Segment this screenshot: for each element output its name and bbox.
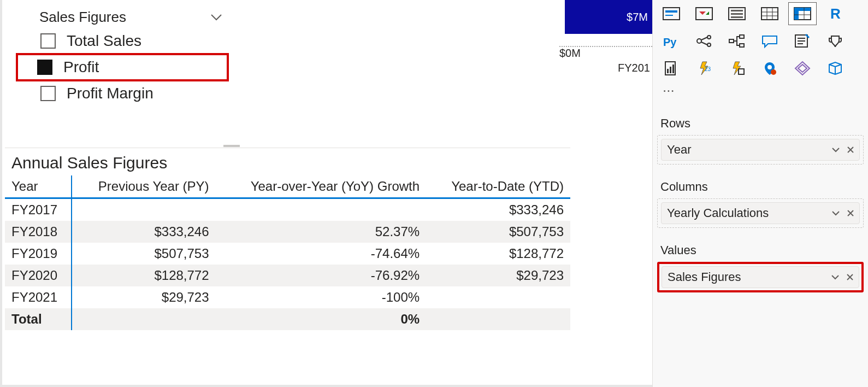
cell-year: FY2021 [5,286,72,308]
cell-ytd: $128,772 [426,243,570,265]
slicer-item-label: Total Sales [67,32,141,50]
power-automate-icon[interactable]: 23 [690,57,718,80]
goals-visual-icon[interactable] [821,30,849,52]
table-title: Annual Sales Figures [5,148,570,175]
annual-sales-table-visual[interactable]: Annual Sales Figures Year Previous Year … [5,148,570,330]
table-row[interactable]: FY2019$507,753-74.64%$128,772 [5,243,570,265]
columns-drop-zone[interactable]: Yearly Calculations [657,198,864,228]
col-header-year[interactable]: Year [5,175,72,198]
svg-rect-8 [761,8,778,20]
table-row[interactable]: FY2021$29,723-100% [5,286,570,308]
sales-figures-slicer[interactable]: Sales Figures Total Sales Profit Profit … [35,5,226,105]
power-apps-icon[interactable] [723,57,751,80]
svg-point-39 [771,69,776,75]
slicer-item-total-sales[interactable]: Total Sales [35,29,226,53]
python-visual-icon[interactable]: Py [657,30,686,52]
narrative-visual-icon[interactable] [788,30,817,52]
checkbox-icon[interactable] [40,33,56,49]
remove-field-icon[interactable] [847,208,854,219]
paginated-report-icon[interactable] [657,57,686,80]
rows-drop-zone[interactable]: Year [657,135,864,165]
columns-field-pill[interactable]: Yearly Calculations [661,202,860,224]
col-header-ytd[interactable]: Year-to-Date (YTD) [426,175,570,198]
cell-ytd [426,286,570,308]
values-drop-zone[interactable]: Sales Figures [657,262,864,292]
matrix-visual-icon[interactable] [788,2,817,25]
slicer-item-profit-margin[interactable]: Profit Margin [35,81,226,105]
values-field-text: Sales Figures [668,270,741,284]
values-field-pill[interactable]: Sales Figures [662,266,859,288]
axis-zero-label: $0M [559,47,581,60]
cell-py: $128,772 [72,265,216,286]
table-total-row: Total0% [5,308,570,330]
checkbox-icon[interactable] [40,86,56,101]
data-table: Year Previous Year (PY) Year-over-Year (… [5,175,570,330]
svg-point-22 [707,43,711,46]
svg-line-23 [701,37,707,40]
table-visual-icon[interactable] [755,2,784,25]
axis-x-label: FY201 [559,62,652,74]
chevron-down-icon[interactable] [832,144,840,156]
decomposition-tree-icon[interactable] [723,30,751,52]
svg-line-24 [701,42,707,45]
cell-yoy: -74.64% [216,243,427,265]
arcgis-map-icon[interactable] [755,57,784,80]
rows-field-pill[interactable]: Year [661,139,860,161]
svg-rect-5 [731,10,743,11]
well-label-rows: Rows [657,115,864,135]
svg-rect-37 [739,69,744,74]
cell-year: FY2020 [5,265,72,286]
cell-yoy [216,198,427,221]
remove-field-icon[interactable] [847,272,853,283]
remove-field-icon[interactable] [847,144,854,156]
svg-text:Py: Py [663,36,677,48]
slicer-header[interactable]: Sales Figures [35,5,226,29]
svg-rect-7 [731,16,743,18]
col-header-py[interactable]: Previous Year (PY) [72,175,216,198]
resize-handle[interactable] [223,145,240,147]
svg-point-38 [767,65,772,69]
bar-chart-fragment[interactable]: $7M $0M FY201 [559,0,652,66]
rows-field-text: Year [667,143,691,157]
chevron-down-icon[interactable] [831,272,839,283]
qa-visual-icon[interactable] [755,30,784,52]
cell-yoy: -100% [216,286,427,308]
cell-yoy: -76.92% [216,265,427,286]
cell-year: FY2018 [5,221,72,243]
kpi-visual-icon[interactable] [690,2,718,25]
cell-yoy: 52.37% [216,221,427,243]
rows-field-well: Rows Year [657,115,864,165]
table-row[interactable]: FY2017$333,246 [5,198,570,221]
cell-ytd [426,308,570,330]
cell-year: Total [5,308,72,330]
table-row[interactable]: FY2018$333,24652.37%$507,753 [5,221,570,243]
chart-bar: $7M [565,0,652,34]
r-visual-icon[interactable]: R [821,2,849,25]
visualizations-pane: R Py 23 ··· Rows Year [652,0,868,387]
cell-py: $507,753 [72,243,216,265]
cell-py: $29,723 [72,286,216,308]
card-visual-icon[interactable] [657,2,686,25]
svg-rect-33 [667,69,669,73]
svg-rect-26 [740,35,744,38]
checkbox-selected-icon[interactable] [37,60,52,75]
chevron-down-icon[interactable] [832,208,840,219]
bar-value-label: $7M [627,11,648,24]
slicer-visual-icon[interactable] [723,2,751,25]
key-influencers-icon[interactable] [690,30,718,52]
sparkline-icon[interactable] [788,57,817,80]
table-row[interactable]: FY2020$128,772-76.92%$29,723 [5,265,570,286]
more-options-button[interactable]: ··· [657,80,864,101]
chevron-down-icon[interactable] [211,9,222,26]
col-header-yoy[interactable]: Year-over-Year (YoY) Growth [216,175,427,198]
columns-field-well: Columns Yearly Calculations [657,179,864,228]
table-header-row: Year Previous Year (PY) Year-over-Year (… [5,175,570,198]
well-label-columns: Columns [657,179,864,198]
slicer-item-profit[interactable]: Profit [16,53,229,81]
visualization-type-gallery: R Py 23 [657,2,864,80]
cell-py [72,308,216,330]
svg-rect-15 [794,8,799,20]
svg-point-20 [697,39,701,43]
cell-py: $333,246 [72,221,216,243]
get-more-visuals-icon[interactable] [821,57,849,80]
